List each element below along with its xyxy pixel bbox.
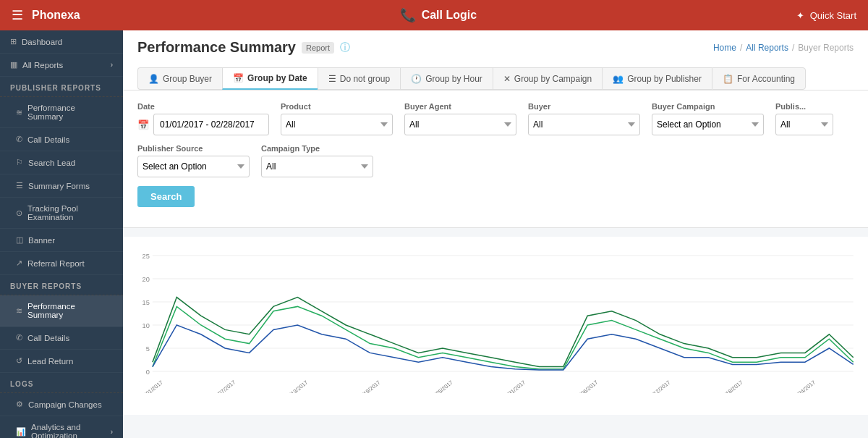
product-select[interactable]: All (281, 114, 393, 135)
section-label: Publisher Reports (10, 84, 101, 92)
filter-buyer-group: Buyer All (528, 102, 640, 135)
tab-do-not-group[interactable]: ☰Do not group (318, 67, 400, 90)
breadcrumb-home[interactable]: Home (713, 43, 736, 53)
sidebar-icon-referral-report: ↗ (16, 258, 22, 268)
sidebar-label-lead-return: Lead Return (27, 357, 73, 366)
sidebar-item-search-lead[interactable]: ⚐Search Lead (0, 151, 123, 174)
tab-group-campaign[interactable]: ✕Group by Campaign (493, 67, 602, 90)
sidebar-icon-call-details-pub: ✆ (16, 135, 22, 144)
svg-text:15: 15 (142, 299, 149, 306)
sidebar-label-banner: Banner (28, 236, 55, 245)
sidebar-item-referral-report[interactable]: ↗Referral Report (0, 252, 123, 275)
filter-publisher-group: Publis... All (775, 102, 833, 135)
tab-label-group-buyer: Group Buyer (163, 74, 212, 84)
sidebar-icon-banner: ◫ (16, 235, 23, 245)
svg-text:01/31/2017: 01/31/2017 (501, 379, 527, 393)
tab-group-buyer[interactable]: 👤Group Buyer (137, 67, 222, 90)
sidebar-item-all-reports[interactable]: ▦All Reports› (0, 54, 123, 77)
filter-buyer-campaign-label: Buyer Campaign (652, 102, 764, 111)
tab-label-group-campaign: Group by Campaign (514, 74, 592, 84)
publisher-source-select[interactable]: Select an Option (137, 156, 250, 177)
page-header: Performance Summary Report ⓘ Home / All … (123, 30, 868, 90)
breadcrumb-sep2: / (792, 43, 794, 53)
hamburger-icon[interactable]: ☰ (12, 7, 23, 23)
sidebar-label-campaign-changes: Campaign Changes (28, 400, 102, 409)
filter-row-1: Date 📅 Product All Buyer Agent (137, 102, 854, 135)
calendar-icon: 📅 (137, 119, 149, 130)
sidebar-icon-call-details-buy: ✆ (16, 333, 22, 342)
svg-text:02/18/2017: 02/18/2017 (718, 379, 744, 393)
main-content: Performance Summary Report ⓘ Home / All … (123, 30, 868, 438)
sidebar-item-banner[interactable]: ◫Banner (0, 229, 123, 252)
tab-icon-for-accounting: 📋 (723, 74, 733, 84)
sidebar-item-performance-summary-pub[interactable]: ≋Performance Summary (0, 97, 123, 128)
sidebar-label-dashboard: Dashboard (22, 38, 62, 46)
sidebar-item-lead-return[interactable]: ↺Lead Return (0, 350, 123, 373)
filter-buyer-label: Buyer (528, 102, 640, 111)
filter-buyer-agent-label: Buyer Agent (404, 102, 516, 111)
sidebar-item-tracking-pool[interactable]: ⊙Tracking Pool Examination (0, 198, 123, 229)
phone-icon: 📞 (400, 7, 416, 23)
svg-text:02/06/2017: 02/06/2017 (574, 379, 599, 393)
page-title-row: Performance Summary Report ⓘ Home / All … (137, 39, 854, 56)
quick-start-btn[interactable]: ✦ Quick Start (796, 10, 856, 21)
campaign-type-select[interactable]: All (261, 156, 373, 177)
sidebar-item-call-details-pub[interactable]: ✆Call Details (0, 128, 123, 151)
help-icon[interactable]: ⓘ (340, 41, 350, 54)
search-button[interactable]: Search (137, 186, 195, 207)
sidebar-item-publisher-reports[interactable]: Publisher Reports (0, 77, 123, 97)
tab-icon-do-not-group: ☰ (328, 74, 336, 84)
buyer-agent-select[interactable]: All (404, 114, 516, 135)
breadcrumb: Home / All Reports / Buyer Reports (713, 43, 854, 53)
brand-name: Phonexa (32, 9, 80, 22)
tab-icon-group-campaign: ✕ (503, 74, 511, 84)
sidebar-icon-performance-summary-pub: ≋ (16, 108, 22, 117)
sidebar-item-dashboard[interactable]: ⊞Dashboard (0, 30, 123, 54)
tab-for-accounting[interactable]: 📋For Accounting (712, 67, 806, 90)
svg-text:01/25/2017: 01/25/2017 (428, 379, 454, 393)
filter-campaign-type-label: Campaign Type (261, 144, 373, 153)
tab-group-hour[interactable]: 🕐Group by Hour (400, 67, 493, 90)
tab-group-date[interactable]: 📅Group by Date (222, 67, 318, 90)
publisher-select[interactable]: All (775, 114, 833, 135)
sidebar-label-tracking-pool: Tracking Pool Examination (27, 204, 113, 222)
tab-icon-group-buyer: 👤 (148, 74, 159, 84)
sidebar-item-call-details-buy[interactable]: ✆Call Details (0, 327, 123, 350)
tab-group-publisher[interactable]: 👥Group by Publisher (602, 67, 712, 90)
buyer-campaign-select[interactable]: Select an Option (652, 114, 764, 135)
filter-buyer-campaign-group: Buyer Campaign Select an Option (652, 102, 764, 135)
svg-text:01/01/2017: 01/01/2017 (139, 379, 164, 393)
tab-label-for-accounting: For Accounting (737, 74, 795, 84)
page-title-left: Performance Summary Report ⓘ (137, 39, 350, 56)
sidebar-icon-lead-return: ↺ (16, 356, 22, 366)
sidebar-item-summary-forms[interactable]: ☰Summary Forms (0, 174, 123, 198)
tab-icon-group-date: 📅 (233, 73, 244, 83)
chart-wrap: 252015105001/01/201701/07/201701/13/2017… (130, 248, 861, 393)
buyer-select[interactable]: All (528, 114, 640, 135)
tabs-row: 👤Group Buyer📅Group by Date☰Do not group🕐… (137, 63, 854, 90)
filter-row-2: Publisher Source Select an Option Campai… (137, 144, 854, 177)
tab-icon-group-publisher: 👥 (613, 74, 624, 84)
breadcrumb-all-reports[interactable]: All Reports (746, 43, 788, 53)
sidebar-item-logs[interactable]: Logs (0, 373, 123, 393)
filter-buyer-agent-group: Buyer Agent All (404, 102, 516, 135)
sidebar-label-search-lead: Search Lead (28, 159, 75, 167)
sidebar-item-buyer-reports[interactable]: Buyer Reports (0, 275, 123, 295)
filter-date-label: Date (137, 102, 269, 111)
svg-text:0: 0 (146, 368, 150, 376)
sidebar-icon-analytics: 📊 (16, 427, 26, 437)
sidebar-label-call-details-pub: Call Details (27, 135, 69, 144)
filter-product-group: Product All (281, 102, 393, 135)
sidebar-icon-performance-summary-buy: ≋ (16, 306, 22, 316)
sidebar-item-performance-summary-buy[interactable]: ≋Performance Summary (0, 295, 123, 327)
arrow-icon: › (111, 428, 113, 436)
sidebar-item-campaign-changes[interactable]: ⚙Campaign Changes (0, 393, 123, 416)
date-input[interactable] (153, 114, 269, 135)
sidebar-label-summary-forms: Summary Forms (28, 182, 90, 190)
sidebar-item-analytics[interactable]: 📊Analytics and Optimization› (0, 416, 123, 438)
report-badge: Report (302, 42, 334, 54)
sidebar-icon-dashboard: ⊞ (10, 37, 17, 46)
app-title-center: 📞 Call Logic (400, 7, 477, 23)
breadcrumb-buyer-reports: Buyer Reports (798, 43, 854, 53)
chart-area: 252015105001/01/201701/07/201701/13/2017… (123, 237, 868, 415)
